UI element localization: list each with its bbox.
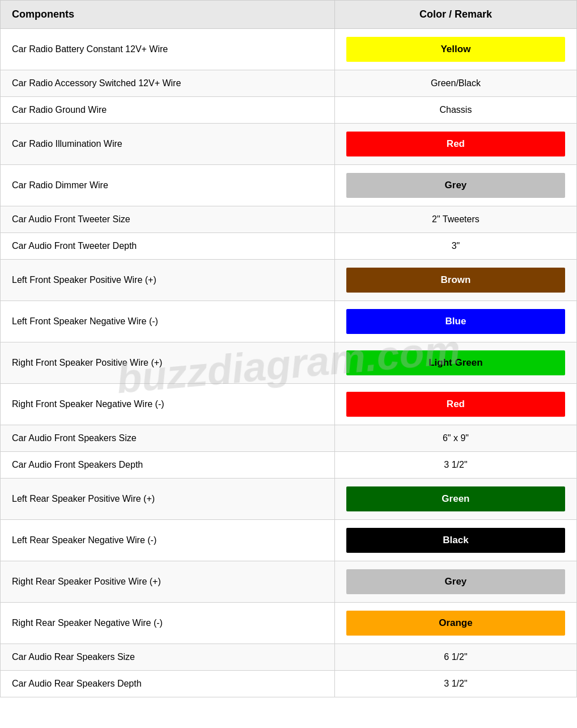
color-cell: 3 1/2" <box>334 452 576 479</box>
table-row: Right Rear Speaker Positive Wire (+)Grey <box>1 561 577 603</box>
table-row: Left Front Speaker Negative Wire (-)Blue <box>1 301 577 342</box>
component-cell: Right Front Speaker Positive Wire (+) <box>1 342 335 384</box>
component-cell: Left Front Speaker Negative Wire (-) <box>1 301 335 342</box>
color-cell: Grey <box>334 561 576 603</box>
table-row: Car Audio Front Speakers Depth3 1/2" <box>1 452 577 479</box>
table-row: Car Audio Front Tweeter Depth3" <box>1 233 577 260</box>
table-row: Right Front Speaker Positive Wire (+)Lig… <box>1 342 577 384</box>
component-cell: Left Front Speaker Positive Wire (+) <box>1 260 335 301</box>
table-row: Car Radio Ground WireChassis <box>1 97 577 124</box>
table-row: Car Radio Accessory Switched 12V+ WireGr… <box>1 70 577 97</box>
component-cell: Car Radio Ground Wire <box>1 97 335 124</box>
table-row: Car Radio Dimmer WireGrey <box>1 165 577 206</box>
component-cell: Right Rear Speaker Negative Wire (-) <box>1 603 335 644</box>
table-row: Car Radio Illumination WireRed <box>1 124 577 165</box>
component-cell: Car Audio Front Speakers Depth <box>1 452 335 479</box>
table-row: Left Rear Speaker Negative Wire (-)Black <box>1 520 577 561</box>
component-cell: Left Rear Speaker Negative Wire (-) <box>1 520 335 561</box>
table-row: Car Audio Rear Speakers Size6 1/2" <box>1 644 577 671</box>
component-cell: Car Audio Rear Speakers Size <box>1 644 335 671</box>
color-cell: 6" x 9" <box>334 425 576 452</box>
color-cell: Green <box>334 479 576 520</box>
color-cell: 2" Tweeters <box>334 206 576 233</box>
table-row: Right Front Speaker Negative Wire (-)Red <box>1 384 577 425</box>
color-cell: 3" <box>334 233 576 260</box>
color-cell: 3 1/2" <box>334 671 576 697</box>
header-color-remark: Color / Remark <box>334 1 576 29</box>
table-row: Left Rear Speaker Positive Wire (+)Green <box>1 479 577 520</box>
component-cell: Car Audio Front Tweeter Size <box>1 206 335 233</box>
table-row: Car Audio Front Tweeter Size2" Tweeters <box>1 206 577 233</box>
color-cell: Orange <box>334 603 576 644</box>
table-row: Left Front Speaker Positive Wire (+)Brow… <box>1 260 577 301</box>
header-components: Components <box>1 1 335 29</box>
component-cell: Car Audio Front Speakers Size <box>1 425 335 452</box>
component-cell: Car Audio Front Tweeter Depth <box>1 233 335 260</box>
color-cell: Yellow <box>334 29 576 70</box>
color-cell: Grey <box>334 165 576 206</box>
color-cell: Black <box>334 520 576 561</box>
component-cell: Left Rear Speaker Positive Wire (+) <box>1 479 335 520</box>
color-cell: Green/Black <box>334 70 576 97</box>
color-cell: Chassis <box>334 97 576 124</box>
component-cell: Car Radio Battery Constant 12V+ Wire <box>1 29 335 70</box>
component-cell: Car Radio Dimmer Wire <box>1 165 335 206</box>
color-cell: Red <box>334 384 576 425</box>
component-cell: Car Radio Accessory Switched 12V+ Wire <box>1 70 335 97</box>
color-cell: 6 1/2" <box>334 644 576 671</box>
component-cell: Car Audio Rear Speakers Depth <box>1 671 335 697</box>
table-row: Car Radio Battery Constant 12V+ WireYell… <box>1 29 577 70</box>
component-cell: Right Rear Speaker Positive Wire (+) <box>1 561 335 603</box>
wire-color-table: Components Color / Remark Car Radio Batt… <box>0 0 577 697</box>
table-row: Car Audio Rear Speakers Depth3 1/2" <box>1 671 577 697</box>
table-header-row: Components Color / Remark <box>1 1 577 29</box>
color-cell: Light Green <box>334 342 576 384</box>
table-row: Right Rear Speaker Negative Wire (-)Oran… <box>1 603 577 644</box>
color-cell: Brown <box>334 260 576 301</box>
component-cell: Car Radio Illumination Wire <box>1 124 335 165</box>
table-row: Car Audio Front Speakers Size6" x 9" <box>1 425 577 452</box>
color-cell: Blue <box>334 301 576 342</box>
color-cell: Red <box>334 124 576 165</box>
component-cell: Right Front Speaker Negative Wire (-) <box>1 384 335 425</box>
